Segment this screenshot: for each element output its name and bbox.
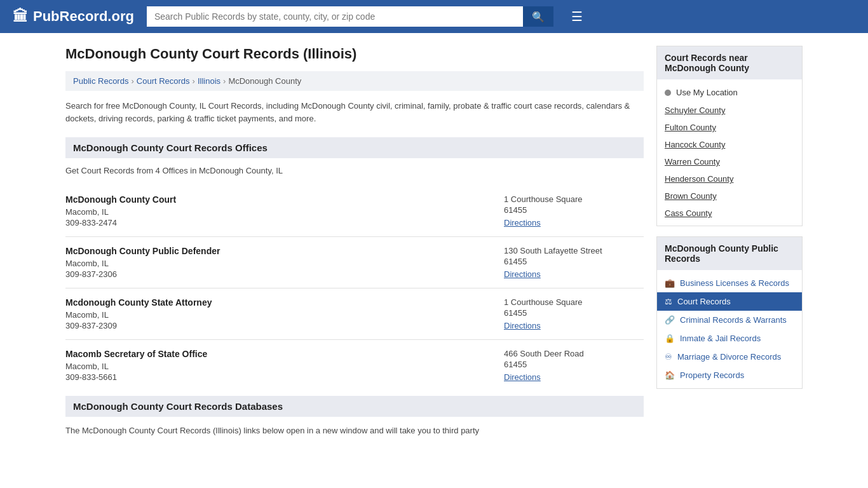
office-left: McDonough County Public Defender Macomb,… [65,246,491,279]
hamburger-menu-button[interactable]: ☰ [566,6,588,27]
office-address: 130 South Lafayette Street [504,246,644,255]
directions-link[interactable]: Directions [504,269,541,279]
breadcrumb-sep-1: › [131,76,133,86]
search-button[interactable]: 🔍 [523,6,553,27]
directions-link[interactable]: Directions [504,218,541,227]
table-row: McDonough County Public Defender Macomb,… [65,237,644,288]
sidebar-item-brown[interactable]: Brown County [657,187,802,205]
office-zip: 61455 [504,308,644,318]
breadcrumb-sep-3: › [223,76,226,86]
office-address: 466 South Deer Road [504,349,644,358]
office-city: Macomb, IL [65,207,491,217]
sidebar-item-label: Inmate & Jail Records [680,334,761,343]
house-icon: 🏠 [665,370,675,380]
sidebar-item-label: Criminal Records & Warrants [680,315,787,325]
nearby-box: Court Records near McDonough County Use … [656,46,803,226]
use-location-label: Use My Location [676,88,738,97]
sidebar-item-label: Property Records [680,370,744,380]
sidebar-item-label: Marriage & Divorce Records [677,352,781,362]
office-left: McDonough County Court Macomb, IL 309-83… [65,194,491,227]
sidebar-item-schuyler[interactable]: Schuyler County [657,102,802,119]
sidebar-item-warren[interactable]: Warren County [657,153,802,170]
breadcrumb-public-records[interactable]: Public Records [73,76,128,86]
offices-section-header: McDonough County Court Records Offices [65,137,644,158]
location-dot-icon [665,90,671,96]
offices-sub-description: Get Court Records from 4 Offices in McDo… [65,166,644,175]
site-header: 🏛 PubRecord.org 🔍 ☰ [0,0,868,33]
office-zip: 61455 [504,257,644,266]
sidebar-item-henderson[interactable]: Henderson County [657,170,802,187]
content-area: McDonough County Court Records (Illinois… [65,46,644,444]
briefcase-icon: 💼 [665,278,675,288]
office-right: 466 South Deer Road 61455 Directions [504,349,644,382]
breadcrumb: Public Records › Court Records › Illinoi… [65,71,644,91]
search-bar: 🔍 [147,6,553,27]
sidebar-item-cass[interactable]: Cass County [657,205,802,222]
search-input[interactable] [147,6,523,27]
logo-icon: 🏛 [13,8,28,25]
scales-icon: ⚖ [665,297,672,306]
page-title: McDonough County Court Records (Illinois… [65,46,644,62]
office-city: Macomb, IL [65,259,491,268]
public-records-box: McDonough County Public Records 💼 Busine… [656,236,803,389]
office-name: Mcdonough County State Attorney [65,297,491,308]
databases-description: The McDonough County Court Records (Illi… [65,424,644,437]
logo-text: PubRecord.org [33,8,134,25]
breadcrumb-mcdonough: McDonough County [228,76,301,86]
nearby-box-body: Use My Location Schuyler County Fulton C… [657,79,802,226]
sidebar-item-inmate-records[interactable]: 🔒 Inmate & Jail Records [657,329,802,348]
directions-link[interactable]: Directions [504,372,541,382]
office-left: Macomb Secretary of State Office Macomb,… [65,349,491,382]
page-description: Search for free McDonough County, IL Cou… [65,100,644,125]
office-phone: 309-833-2474 [65,218,491,227]
office-name: McDonough County Public Defender [65,246,491,256]
office-phone: 309-833-5661 [65,372,491,382]
sidebar-item-label: Business Licenses & Records [680,278,789,288]
sidebar-item-business-licenses[interactable]: 💼 Business Licenses & Records [657,274,802,292]
office-address: 1 Courthouse Square [504,194,644,204]
sidebar-item-court-records[interactable]: ⚖ Court Records [657,292,802,311]
lock-icon: 🔒 [665,334,675,343]
rings-icon: ♾ [665,352,672,362]
sidebar-item-criminal-records[interactable]: 🔗 Criminal Records & Warrants [657,311,802,329]
breadcrumb-court-records[interactable]: Court Records [137,76,190,86]
breadcrumb-illinois[interactable]: Illinois [198,76,220,86]
site-logo[interactable]: 🏛 PubRecord.org [13,8,134,25]
public-records-box-title: McDonough County Public Records [657,237,802,270]
sidebar-item-label: Court Records [677,297,731,306]
databases-section-header: McDonough County Court Records Databases [65,396,644,417]
sidebar-item-hancock[interactable]: Hancock County [657,136,802,153]
table-row: Mcdonough County State Attorney Macomb, … [65,288,644,340]
office-right: 1 Courthouse Square 61455 Directions [504,297,644,330]
office-name: McDonough County Court [65,194,491,205]
sidebar-item-property-records[interactable]: 🏠 Property Records [657,366,802,384]
office-list: McDonough County Court Macomb, IL 309-83… [65,186,644,391]
office-right: 130 South Lafayette Street 61455 Directi… [504,246,644,279]
chain-icon: 🔗 [665,315,675,325]
table-row: Macomb Secretary of State Office Macomb,… [65,340,644,391]
sidebar-item-marriage-records[interactable]: ♾ Marriage & Divorce Records [657,348,802,366]
sidebar: Court Records near McDonough County Use … [656,46,803,444]
office-left: Mcdonough County State Attorney Macomb, … [65,297,491,330]
office-city: Macomb, IL [65,310,491,320]
public-records-box-body: 💼 Business Licenses & Records ⚖ Court Re… [657,270,802,388]
office-city: Macomb, IL [65,362,491,371]
office-address: 1 Courthouse Square [504,297,644,307]
nearby-box-title: Court Records near McDonough County [657,46,802,79]
office-zip: 61455 [504,205,644,215]
office-name: Macomb Secretary of State Office [65,349,491,359]
table-row: McDonough County Court Macomb, IL 309-83… [65,186,644,237]
office-zip: 61455 [504,360,644,369]
sidebar-item-fulton[interactable]: Fulton County [657,119,802,136]
main-container: McDonough County Court Records (Illinois… [53,33,815,469]
office-phone: 309-837-2306 [65,269,491,279]
breadcrumb-sep-2: › [193,76,195,86]
use-location-item[interactable]: Use My Location [657,83,802,102]
directions-link[interactable]: Directions [504,321,541,330]
office-right: 1 Courthouse Square 61455 Directions [504,194,644,227]
office-phone: 309-837-2309 [65,321,491,330]
